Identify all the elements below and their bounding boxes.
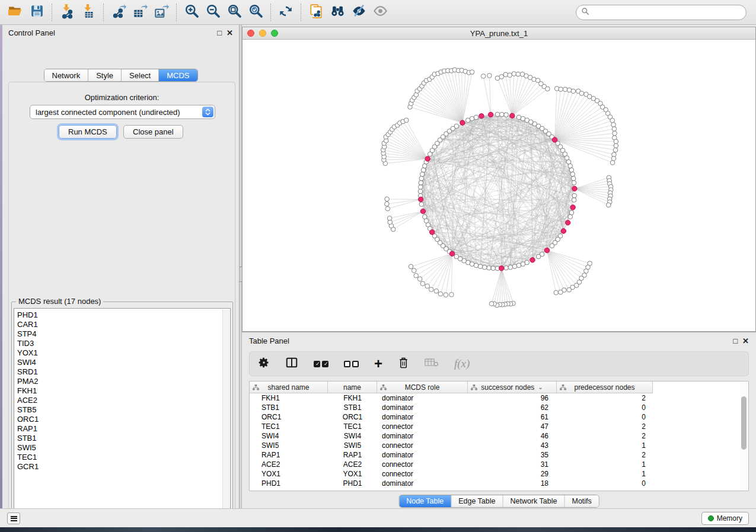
graph-node[interactable]	[504, 265, 509, 270]
mcds-result-item[interactable]: FKH1	[17, 386, 230, 396]
column-header-predecessor-nodes[interactable]: predecessor nodes	[557, 382, 653, 393]
graph-node[interactable]	[385, 197, 390, 201]
function-builder-button[interactable]: f(x)	[454, 357, 470, 370]
graph-node[interactable]	[418, 189, 423, 194]
show-all-button[interactable]	[369, 2, 391, 23]
graph-node[interactable]	[613, 148, 618, 152]
float-table-panel-icon[interactable]: □	[733, 337, 738, 345]
graph-node[interactable]	[508, 73, 512, 78]
hide-selected-button[interactable]	[348, 2, 369, 23]
graph-node[interactable]	[568, 164, 573, 168]
export-image-button[interactable]	[151, 2, 172, 23]
network-window-titlebar[interactable]: YPA_prune.txt_1	[243, 27, 755, 40]
graph-node[interactable]	[419, 202, 424, 207]
float-panel-icon[interactable]: □	[217, 29, 222, 37]
graph-node[interactable]	[470, 116, 474, 121]
mcds-result-item[interactable]: TEC1	[17, 453, 230, 462]
table-row[interactable]: PHD1PHD1dominator180	[250, 479, 748, 488]
refresh-view-button[interactable]	[275, 2, 296, 23]
mcds-result-item[interactable]: CAR1	[17, 320, 230, 329]
table-tab-node-table[interactable]: Node Table	[399, 495, 451, 507]
graph-node[interactable]	[454, 124, 459, 129]
graph-node[interactable]	[613, 131, 617, 136]
mcds-node[interactable]	[479, 114, 484, 118]
graph-node[interactable]	[512, 264, 517, 269]
mcds-result-item[interactable]: STB5	[17, 405, 230, 415]
mcds-result-item[interactable]: STP4	[17, 329, 230, 339]
graph-node[interactable]	[610, 118, 615, 123]
mcds-node[interactable]	[460, 120, 465, 125]
task-history-button[interactable]	[7, 512, 20, 524]
graph-node[interactable]	[611, 123, 616, 127]
graph-node[interactable]	[409, 264, 413, 269]
column-header-MCDS-role[interactable]: MCDS role	[377, 382, 468, 393]
mcds-result-item[interactable]: SWI4	[17, 358, 230, 367]
save-session-button[interactable]	[26, 2, 47, 23]
mcds-node[interactable]	[499, 266, 504, 271]
graph-node[interactable]	[611, 156, 616, 161]
table-scrollbar-thumb[interactable]	[741, 396, 747, 450]
tab-network[interactable]: Network	[44, 69, 88, 81]
graph-node[interactable]	[481, 74, 486, 79]
graph-node[interactable]	[563, 87, 567, 92]
graph-node[interactable]	[550, 243, 554, 248]
mcds-node[interactable]	[544, 248, 549, 252]
select-all-button[interactable]	[314, 361, 328, 367]
graph-node[interactable]	[489, 302, 494, 306]
zoom-in-button[interactable]	[181, 2, 202, 23]
table-row[interactable]: ORC1ORC1dominator610	[250, 412, 748, 422]
graph-node[interactable]	[559, 87, 563, 92]
graph-node[interactable]	[504, 113, 509, 117]
mcds-result-item[interactable]: RAP1	[17, 424, 230, 434]
graph-node[interactable]	[572, 193, 577, 198]
graph-node[interactable]	[567, 287, 572, 292]
graph-node[interactable]	[569, 168, 574, 172]
column-header-name[interactable]: name	[328, 382, 377, 393]
table-row[interactable]: RAP1RAP1dominator352	[250, 450, 748, 460]
graph-node[interactable]	[512, 72, 516, 76]
mcds-result-item[interactable]: YOX1	[17, 348, 230, 358]
import-table-button[interactable]	[78, 2, 99, 23]
graph-node[interactable]	[614, 143, 618, 148]
graph-node[interactable]	[499, 112, 504, 117]
table-row[interactable]: ACE2ACE2connector311	[250, 460, 748, 469]
graph-node[interactable]	[419, 181, 423, 185]
tab-mcds[interactable]: MCDS	[159, 69, 197, 81]
mcds-node[interactable]	[561, 229, 566, 233]
network-search-box[interactable]	[576, 5, 747, 20]
graph-node[interactable]	[491, 266, 496, 271]
export-network-button[interactable]	[108, 2, 129, 23]
graph-node[interactable]	[385, 207, 390, 211]
graph-node[interactable]	[385, 201, 390, 206]
mcds-node[interactable]	[566, 220, 570, 225]
mcds-result-item[interactable]: PMA2	[17, 377, 230, 386]
table-tab-network-table[interactable]: Network Table	[503, 495, 565, 507]
graph-node[interactable]	[554, 290, 559, 295]
deselect-all-button[interactable]	[344, 361, 359, 367]
table-row[interactable]: SWI5SWI5connector431	[250, 441, 748, 450]
zoom-out-button[interactable]	[202, 2, 224, 23]
table-row[interactable]: STB1STB1dominator620	[250, 403, 748, 412]
mcds-node[interactable]	[430, 230, 435, 235]
graph-node[interactable]	[419, 176, 424, 181]
graph-node[interactable]	[429, 287, 433, 292]
graph-node[interactable]	[571, 176, 576, 181]
table-row[interactable]: FKH1FKH1dominator962	[250, 393, 748, 403]
column-header-shared-name[interactable]: shared name	[250, 382, 328, 393]
open-session-button[interactable]	[5, 2, 26, 23]
add-column-button[interactable]: +	[374, 358, 382, 370]
graph-node[interactable]	[516, 72, 521, 76]
graph-node[interactable]	[579, 91, 584, 96]
graph-node[interactable]	[568, 214, 573, 219]
graph-node[interactable]	[454, 254, 459, 259]
graph-node[interactable]	[499, 75, 504, 79]
mcds-node[interactable]	[530, 258, 535, 262]
show-columns-button[interactable]	[285, 356, 298, 371]
tab-select[interactable]: Select	[122, 69, 159, 81]
mcds-node[interactable]	[420, 209, 425, 213]
run-mcds-button[interactable]: Run MCDS	[59, 125, 117, 139]
graph-node[interactable]	[607, 203, 611, 207]
graph-node[interactable]	[414, 273, 419, 278]
mcds-result-item[interactable]: SRD1	[17, 367, 230, 377]
mcds-result-item[interactable]: TID3	[17, 339, 230, 348]
